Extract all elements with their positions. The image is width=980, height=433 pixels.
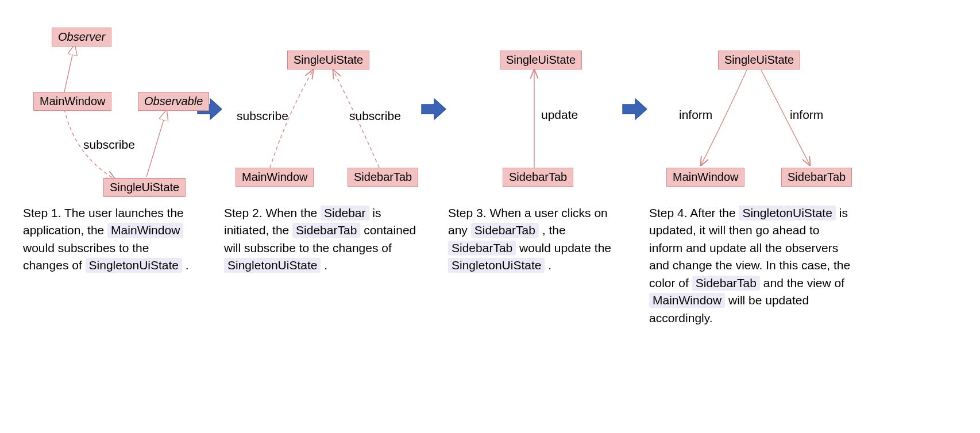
label-subscribe-2a: subscribe <box>237 109 288 123</box>
node-observer: Observer <box>52 28 111 47</box>
node-observable: Observable <box>138 92 209 111</box>
code-singletonuistate: SingletonUiState <box>86 258 182 273</box>
node-mainwindow: MainWindow <box>33 92 111 111</box>
step3-caption: Step 3. When a user clicks on any Sideba… <box>448 204 620 275</box>
svg-line-1 <box>146 110 167 177</box>
t: Step 2. When the <box>224 206 321 219</box>
t: would update the <box>516 241 611 254</box>
code-sidebartab: SidebarTab <box>448 241 516 256</box>
t: Step 4. After the <box>649 206 739 219</box>
node-singleuistate-2: SingleUiState <box>287 51 369 69</box>
step2-caption: Step 2. When the Sidebar is initiated, t… <box>224 204 419 275</box>
step4-panel: SingleUiState MainWindow SidebarTab info… <box>649 17 856 327</box>
label-subscribe-2b: subscribe <box>349 109 401 123</box>
code-sidebartab: SidebarTab <box>692 276 760 291</box>
node-singleuistate: SingleUiState <box>103 178 186 197</box>
node-sidebartab-4: SidebarTab <box>781 168 852 187</box>
code-sidebartab: SidebarTab <box>471 223 539 238</box>
t: , the <box>539 223 566 237</box>
svg-line-0 <box>64 45 75 92</box>
node-mainwindow-4: MainWindow <box>666 168 744 187</box>
code-sidebar: Sidebar <box>321 206 369 221</box>
arrow-icon <box>622 98 648 121</box>
code-sidebartab: SidebarTab <box>292 223 360 238</box>
step4-caption: Step 4. After the SingletonUiState is up… <box>649 204 856 327</box>
t: . <box>321 258 327 272</box>
t: . <box>545 258 551 272</box>
node-sidebartab-2: SidebarTab <box>348 168 418 187</box>
label-subscribe-1: subscribe <box>83 138 135 152</box>
diagram-row: Observer MainWindow Observable SingleUiS… <box>23 17 957 327</box>
code-singletonuistate: SingletonUiState <box>224 258 321 273</box>
step2-diagram: SingleUiState MainWindow SidebarTab subs… <box>224 17 419 201</box>
code-mainwindow: MainWindow <box>649 293 725 308</box>
flow-arrow-2 <box>419 17 448 201</box>
node-mainwindow-2: MainWindow <box>236 168 314 187</box>
node-singleuistate-3: SingleUiState <box>500 51 582 69</box>
label-inform-a: inform <box>679 108 712 122</box>
step4-diagram: SingleUiState MainWindow SidebarTab info… <box>649 17 856 201</box>
node-sidebartab-3: SidebarTab <box>503 168 573 187</box>
label-inform-b: inform <box>790 108 823 122</box>
arrow-icon <box>420 98 447 121</box>
label-update: update <box>541 108 578 122</box>
code-singletonuistate: SingletonUiState <box>739 206 835 221</box>
step1-caption: Step 1. The user launches the applicatio… <box>23 204 195 275</box>
node-singleuistate-4: SingleUiState <box>718 51 800 69</box>
flow-arrow-3 <box>620 17 649 201</box>
step2-panel: SingleUiState MainWindow SidebarTab subs… <box>224 17 419 275</box>
code-mainwindow: MainWindow <box>107 223 183 238</box>
t: and the view of <box>760 276 844 289</box>
step1-panel: Observer MainWindow Observable SingleUiS… <box>23 17 195 275</box>
code-singletonuistate: SingletonUiState <box>448 258 545 273</box>
step3-diagram: SingleUiState SidebarTab update <box>448 17 620 201</box>
t: . <box>182 258 189 272</box>
step1-diagram: Observer MainWindow Observable SingleUiS… <box>23 17 195 201</box>
step3-panel: SingleUiState SidebarTab update Step 3. … <box>448 17 620 275</box>
